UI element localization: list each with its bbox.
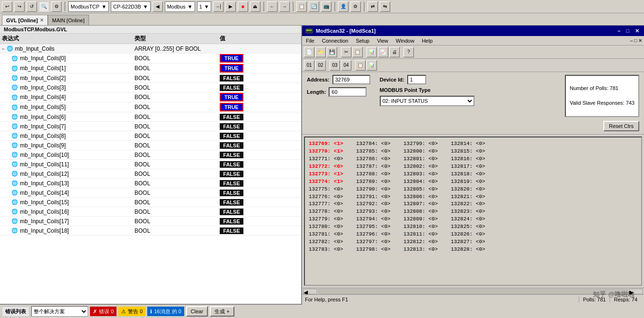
left-panel: ModbusTCP.Modbus.GVL 表达式 类型 值 – 🌐 mb_Inp… xyxy=(0,26,302,304)
table-row[interactable]: 🌐 mb_Input_Coils[10] BOOL FALSE xyxy=(0,150,301,160)
device-dropdown[interactable]: CP-622D3B ▼ xyxy=(111,1,151,12)
toolbar-play[interactable]: ▶ xyxy=(225,1,236,12)
tab-gvl[interactable]: GVL [Online] ✕ xyxy=(2,15,48,25)
table-row[interactable]: 🌐 mb_Input_Coils[16] BOOL FALSE xyxy=(0,207,301,217)
toolbar-users[interactable]: 👤 xyxy=(338,1,349,12)
table-row[interactable]: 🌐 mb_Input_Coils[9] BOOL FALSE xyxy=(0,141,301,150)
reset-ctrs-button[interactable]: Reset Ctrs xyxy=(603,121,639,131)
toolbar-sep-3 xyxy=(293,2,294,11)
toolbar-views[interactable]: 📋 xyxy=(296,1,307,12)
toolbar-settings2[interactable]: ⚙ xyxy=(350,1,361,12)
menu-setup[interactable]: Setup xyxy=(354,37,371,45)
table-row[interactable]: 🌐 mb_Input_Coils[0] BOOL TRUE xyxy=(0,54,301,64)
bus-dropdown[interactable]: Modbus ▼ xyxy=(165,1,195,12)
warning-icon: ⚠ xyxy=(121,309,126,315)
menu-help[interactable]: Help xyxy=(420,37,435,45)
tab-main[interactable]: MAIN [Online] xyxy=(48,15,89,25)
tree-collapse-icon[interactable]: – xyxy=(2,46,5,51)
generate-button[interactable]: 生成 + xyxy=(210,306,234,317)
table-row[interactable]: 🌐 mb_Input_Coils[4] BOOL TRUE xyxy=(0,92,301,102)
ms-tb2-btn6[interactable]: 📊 xyxy=(367,60,377,71)
tab-gvl-close[interactable]: ✕ xyxy=(40,18,44,23)
top-toolbar: ↩ ↪ ↺ 🔍 ⚙ ModbusTCP ▼ CP-622D3B ▼ ◀ Modb… xyxy=(0,0,644,13)
toolbar-btn-2[interactable]: ↪ xyxy=(14,1,25,12)
ms-cut-btn[interactable]: ✂ xyxy=(341,47,351,57)
gvl-parent-row[interactable]: – 🌐 mb_Input_Coils ARRAY [0..255] OF BOO… xyxy=(0,44,301,54)
data-cell: 132809: <0> xyxy=(403,216,451,223)
table-row[interactable]: 🌐 mb_Input_Coils[13] BOOL FALSE xyxy=(0,179,301,188)
data-cell: 132827: <0> xyxy=(451,238,498,246)
solution-dropdown[interactable]: 整个解决方案 xyxy=(31,306,88,317)
toolbar-sync[interactable]: ⇄ xyxy=(367,1,378,12)
menu-connection[interactable]: Connection xyxy=(320,37,350,45)
data-cell: 132825: <0> xyxy=(451,223,498,231)
toolbar-refresh[interactable]: 🔄 xyxy=(309,1,319,12)
table-row[interactable]: 🌐 mb_Input_Coils[14] BOOL FALSE xyxy=(0,188,301,198)
modscan-minimize-btn[interactable]: – xyxy=(616,28,622,34)
ms-tb2-btn4[interactable]: 04 xyxy=(341,60,351,71)
ms-tb2-btn1[interactable]: 01 xyxy=(304,60,314,71)
toolbar-disconnect[interactable]: ⏏ xyxy=(250,1,260,12)
scroll-left-btn[interactable]: ◀ xyxy=(303,289,317,294)
toolbar-forward[interactable]: → xyxy=(279,1,290,12)
table-row[interactable]: 🌐 mb_Input_Coils[7] BOOL FALSE xyxy=(0,122,301,131)
toolbar-arrow-left[interactable]: ◀ xyxy=(152,1,163,12)
modscan-maximize-btn[interactable]: □ xyxy=(624,28,631,34)
table-row[interactable]: 🌐 mb_Input_Coils[6] BOOL FALSE xyxy=(0,112,301,122)
length-input[interactable] xyxy=(329,87,367,97)
table-row[interactable]: 🌐 mb_Input_Coils[18] BOOL FALSE xyxy=(0,226,301,236)
toolbar-icon-bug[interactable]: 🔍 xyxy=(39,1,49,12)
toolbar-icon-gear[interactable]: ⚙ xyxy=(51,1,62,12)
table-row[interactable]: 🌐 mb_Input_Coils[5] BOOL TRUE xyxy=(0,102,301,112)
ms-tb2-btn2[interactable]: 02 xyxy=(315,60,326,71)
scroll-track[interactable] xyxy=(318,289,628,294)
ms-copy-btn[interactable]: 📋 xyxy=(352,47,363,57)
menu-view[interactable]: View xyxy=(375,37,390,45)
table-row[interactable]: 🌐 mb_Input_Coils[3] BOOL FALSE xyxy=(0,83,301,92)
toolbar-btn-1[interactable]: ↩ xyxy=(2,1,12,12)
chevron-down-icon-3: ▼ xyxy=(188,4,193,9)
data-cell: 132784: <0> xyxy=(356,140,403,148)
table-row[interactable]: 🌐 mb_Input_Coils[15] BOOL FALSE xyxy=(0,198,301,207)
address-input[interactable] xyxy=(332,75,370,84)
ms-open-btn[interactable]: 📁 xyxy=(315,47,326,57)
menu-minimize-btn[interactable]: – □ ✕ xyxy=(630,38,642,43)
table-row[interactable]: 🌐 mb_Input_Coils[8] BOOL FALSE xyxy=(0,131,301,141)
toolbar-login[interactable]: →| xyxy=(213,1,224,12)
number-dropdown[interactable]: 1 ▼ xyxy=(197,1,211,12)
ms-help-btn[interactable]: ? xyxy=(403,47,414,57)
table-row[interactable]: 🌐 mb_Input_Coils[11] BOOL FALSE xyxy=(0,160,301,169)
breadcrumb: ModbusTCP.Modbus.GVL xyxy=(0,26,301,34)
data-cell: 132799: <0> xyxy=(403,140,451,148)
row-type: BOOL xyxy=(134,171,220,177)
menu-window[interactable]: Window xyxy=(394,37,416,45)
modscan-data-area[interactable]: 132769: <1>132784: <0>132799: <0>132814:… xyxy=(304,136,642,286)
point-type-select[interactable]: 02: INPUT STATUS xyxy=(380,96,474,106)
toolbar-btn-3[interactable]: ↺ xyxy=(27,1,37,12)
ms-btn-b[interactable]: 📈 xyxy=(378,47,388,57)
gvl-header: 表达式 类型 值 xyxy=(0,34,301,44)
tab-bar: GVL [Online] ✕ MAIN [Online] xyxy=(0,13,644,26)
ms-tb2-btn3[interactable]: 03 xyxy=(330,60,340,71)
clear-button[interactable]: Clear xyxy=(186,306,208,317)
table-row[interactable]: 🌐 mb_Input_Coils[12] BOOL FALSE xyxy=(0,169,301,179)
device-id-input[interactable] xyxy=(407,75,426,84)
modscan-close-btn[interactable]: ✕ xyxy=(633,28,641,34)
row-type: BOOL xyxy=(134,104,220,110)
toolbar-back[interactable]: ← xyxy=(267,1,277,12)
ms-btn-c[interactable]: 🖨 xyxy=(389,47,400,57)
row-name: mb_Input_Coils[6] xyxy=(20,114,66,120)
ms-new-btn[interactable]: 📄 xyxy=(304,47,314,57)
value-badge: FALSE xyxy=(220,171,243,177)
table-row[interactable]: 🌐 mb_Input_Coils[17] BOOL FALSE xyxy=(0,217,301,226)
ms-save-btn[interactable]: 💾 xyxy=(327,47,337,57)
toolbar-sync2[interactable]: ⇆ xyxy=(380,1,390,12)
toolbar-stop[interactable]: ■ xyxy=(238,1,248,12)
ms-btn-a[interactable]: 📊 xyxy=(367,47,377,57)
ms-tb2-btn5[interactable]: 📋 xyxy=(355,60,366,71)
toolbar-monitor[interactable]: 📺 xyxy=(321,1,331,12)
table-row[interactable]: 🌐 mb_Input_Coils[1] BOOL TRUE xyxy=(0,64,301,73)
menu-file[interactable]: File xyxy=(304,37,316,45)
table-row[interactable]: 🌐 mb_Input_Coils[2] BOOL FALSE xyxy=(0,73,301,83)
protocol-dropdown[interactable]: ModbusTCP ▼ xyxy=(68,1,109,12)
